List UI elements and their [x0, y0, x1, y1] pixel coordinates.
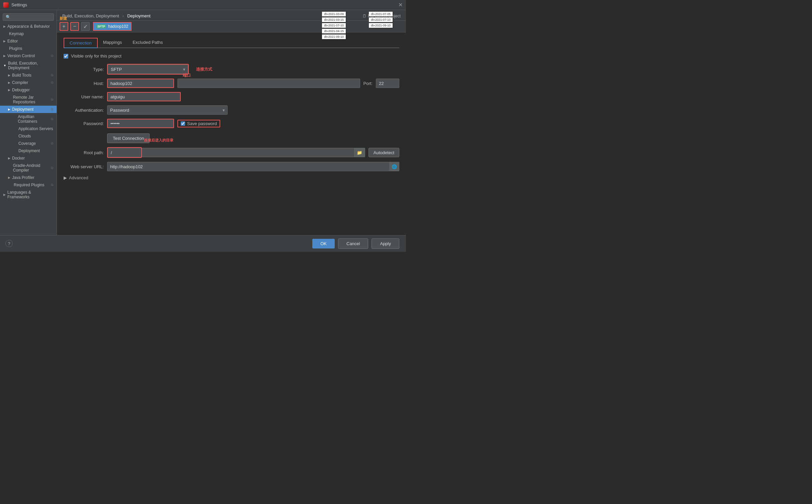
sidebar-item-label: Languages & Frameworks — [7, 190, 53, 199]
sidebar-item-app-servers[interactable]: Application Servers — [0, 125, 57, 132]
sidebar-item-remote-jar[interactable]: Remote Jar Repositories ⧉ — [0, 94, 57, 106]
sftp-icon: SFTP — [96, 24, 106, 28]
ok-button[interactable]: OK — [312, 239, 335, 248]
password-input[interactable] — [107, 119, 174, 128]
triangle-icon-open: ▶ — [8, 108, 10, 111]
add-server-button[interactable]: + — [60, 22, 68, 31]
copy-icon: ⧉ — [51, 98, 53, 102]
tab-connection[interactable]: Connection — [64, 38, 98, 48]
autodetect-button[interactable]: Autodetect — [369, 148, 399, 157]
username-input[interactable] — [107, 92, 181, 101]
web-url-row: Web server URL: 🌐 — [64, 162, 399, 171]
help-button[interactable]: ? — [5, 240, 13, 247]
sidebar-item-label: Deployment — [12, 107, 33, 112]
apply-button[interactable]: Apply — [372, 238, 399, 249]
advanced-row[interactable]: ▶ Advanced — [64, 175, 399, 180]
sidebar-item-gradle-android[interactable]: Gradle-Android Compiler ⧉ — [0, 162, 57, 174]
host-label: Host: — [64, 81, 104, 86]
app-logo — [3, 2, 9, 8]
root-path-annotation: 连接后进入的目录 — [144, 138, 173, 143]
root-path-rest-input[interactable] — [142, 148, 354, 157]
sticky-note-1: dt=2021-03-09 — [322, 12, 346, 16]
root-path-input[interactable] — [108, 148, 141, 157]
auth-row: Authentication: Password Key pair — [64, 105, 399, 115]
search-input[interactable] — [3, 13, 54, 21]
web-url-input[interactable] — [107, 162, 389, 171]
triangle-icon: ▶ — [3, 25, 6, 28]
sidebar-item-java-profiler[interactable]: ▶ Java Profiler — [0, 174, 57, 181]
triangle-icon: ▶ — [8, 74, 10, 77]
test-connection-button[interactable]: Test Connection — [107, 133, 150, 143]
port-input[interactable] — [376, 79, 399, 88]
host-row: Host: 端口 Port: — [64, 79, 399, 88]
host-input[interactable] — [107, 79, 174, 88]
breadcrumb-part1: Build, Execution, Deployment — [62, 13, 119, 18]
sidebar-item-debugger[interactable]: ▶ Debugger — [0, 86, 57, 94]
sidebar-item-docker[interactable]: ▶ Docker — [0, 155, 57, 162]
apply-server-button[interactable]: ✓ — [81, 22, 90, 31]
sidebar-item-label: Editor — [7, 39, 18, 43]
content-header: Build, Execution, Deployment › Deploymen… — [57, 10, 406, 21]
sticky-note-7: dt=2021-07-10 — [369, 17, 393, 22]
sidebar-item-clouds[interactable]: Clouds — [0, 132, 57, 140]
visible-only-label: Visible only for this project — [71, 54, 121, 59]
title-bar: Settings ✕ — [0, 0, 406, 10]
web-url-open-button[interactable]: 🌐 — [389, 162, 399, 171]
sidebar-item-deployment-sub[interactable]: Deployment — [0, 147, 57, 155]
sidebar-item-required-plugins[interactable]: Required Plugins ⧉ — [0, 181, 57, 189]
sticky-note-2: dt=2021-03-15 — [322, 17, 346, 22]
root-path-border — [107, 147, 142, 158]
root-path-row: Root path: 📁 连接后进入的目录 Autodetect — [64, 147, 399, 158]
sidebar-item-label: Build Tools — [12, 73, 31, 78]
close-button[interactable]: ✕ — [398, 2, 403, 8]
folder-browse-button[interactable]: 📁 — [354, 148, 365, 157]
sidebar-item-coverage[interactable]: Coverage ⧉ — [0, 140, 57, 147]
visible-only-checkbox[interactable] — [64, 54, 68, 59]
sidebar-item-plugins[interactable]: Plugins — [0, 45, 57, 52]
tab-excluded-paths[interactable]: Excluded Paths — [127, 38, 168, 48]
sidebar-item-arquillian[interactable]: Arquillian Containers ⧉ — [0, 113, 57, 125]
sidebar-item-label: Keymap — [9, 31, 24, 36]
cancel-button[interactable]: Cancel — [338, 238, 368, 249]
triangle-icon: ▶ — [3, 54, 6, 58]
project-scope-icon: 🗒 — [362, 14, 367, 18]
bottom-bar: OK Cancel Apply — [0, 235, 406, 252]
sidebar-item-label: Gradle-Android Compiler — [13, 163, 49, 173]
sticky-note-3: dt=2021-07-10 — [322, 23, 346, 28]
sidebar-item-label: Appearance & Behavior — [7, 24, 50, 29]
sidebar-item-version-control[interactable]: ▶ Version Control ⧉ — [0, 52, 57, 60]
sidebar-item-deployment[interactable]: ▶ Deployment ⧉ — [0, 106, 57, 113]
remove-server-button[interactable]: − — [70, 22, 79, 31]
triangle-icon: ▶ — [3, 193, 6, 196]
tab-mappings[interactable]: Mappings — [98, 38, 127, 48]
breadcrumb-sep: › — [123, 13, 124, 18]
sidebar-item-compiler[interactable]: ▶ Compiler ⧉ — [0, 79, 57, 86]
host-middle-input[interactable] — [177, 79, 360, 88]
advanced-triangle: ▶ — [64, 175, 67, 180]
port-label: Port: — [363, 81, 373, 86]
auth-select[interactable]: Password Key pair — [107, 105, 228, 115]
type-select-wrapper-inner: SFTP FTP FTPS — [108, 65, 188, 74]
type-select[interactable]: SFTP FTP FTPS — [108, 65, 188, 74]
sticky-note-8: dt=2021-09-10 — [369, 23, 393, 28]
type-row: Type: SFTP FTP FTPS 连接方式 — [64, 64, 399, 75]
sidebar-item-languages[interactable]: ▶ Languages & Frameworks — [0, 189, 57, 201]
sidebar-item-build-exec[interactable]: ▼ Build, Execution, Deployment — [0, 60, 57, 72]
save-password-checkbox[interactable] — [181, 121, 185, 126]
copy-icon: ⧉ — [51, 73, 53, 77]
sidebar-item-keymap[interactable]: Keymap — [0, 30, 57, 37]
visible-only-row: Visible only for this project — [64, 54, 399, 59]
triangle-icon-open: ▼ — [3, 64, 6, 67]
sidebar-item-build-tools[interactable]: ▶ Build Tools ⧉ — [0, 72, 57, 79]
copy-icon: ⧉ — [51, 141, 53, 145]
sticky-notes-panel-2: dt=2021-07-05 dt=2021-07-10 dt=2021-09-1… — [369, 12, 393, 28]
sidebar-item-editor[interactable]: ▶ Editor — [0, 37, 57, 45]
server-list-item[interactable]: SFTP hadoop102 — [93, 22, 132, 31]
sidebar-item-label: Build, Execution, Deployment — [8, 61, 53, 70]
server-name-label: hadoop102 — [108, 24, 128, 29]
sidebar-item-appearance[interactable]: ▶ Appearance & Behavior — [0, 23, 57, 30]
password-row: Password: Save password — [64, 119, 399, 128]
content-area: Build, Execution, Deployment › Deploymen… — [57, 10, 406, 235]
sidebar-item-label: Docker — [12, 156, 25, 161]
triangle-icon: ▶ — [8, 88, 10, 92]
